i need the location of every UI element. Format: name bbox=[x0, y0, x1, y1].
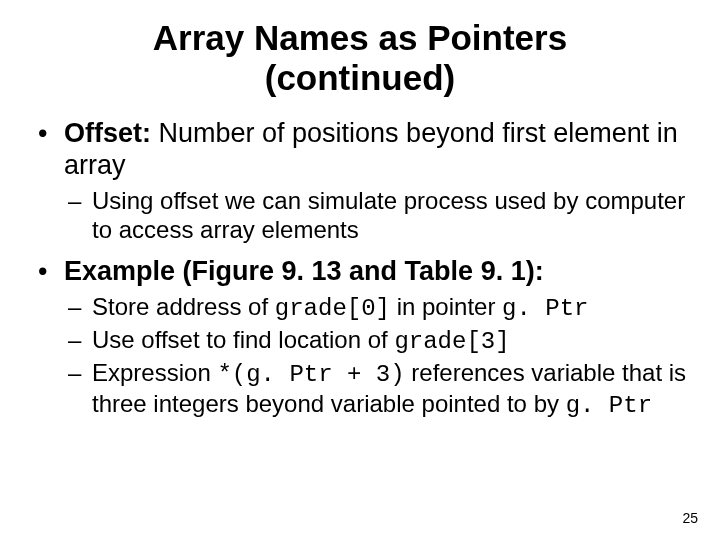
ex3-code-2: g. Ptr bbox=[566, 392, 652, 419]
example-sub-2: Use offset to find location of grade[3] bbox=[64, 326, 690, 357]
bullet-list: Offset: Number of positions beyond first… bbox=[30, 117, 690, 421]
title-line-1: Array Names as Pointers bbox=[153, 18, 567, 57]
ex1-text-b: in pointer bbox=[390, 293, 502, 320]
ex1-text-a: Store address of bbox=[92, 293, 275, 320]
slide-title: Array Names as Pointers (continued) bbox=[30, 18, 690, 99]
ex2-text-a: Use offset to find location of bbox=[92, 326, 394, 353]
ex3-text-a: Expression bbox=[92, 359, 217, 386]
ex1-code-2: g. Ptr bbox=[502, 295, 588, 322]
example-label: Example (Figure 9. 13 and Table 9. 1): bbox=[64, 256, 544, 286]
ex2-code-1: grade[3] bbox=[394, 328, 509, 355]
offset-sublist: Using offset we can simulate process use… bbox=[64, 187, 690, 245]
bullet-offset: Offset: Number of positions beyond first… bbox=[30, 117, 690, 245]
bullet-example: Example (Figure 9. 13 and Table 9. 1): S… bbox=[30, 255, 690, 421]
ex1-code-1: grade[0] bbox=[275, 295, 390, 322]
offset-text: Number of positions beyond first element… bbox=[64, 118, 678, 180]
title-line-2: (continued) bbox=[265, 58, 456, 97]
ex3-code-1: *(g. Ptr + 3) bbox=[217, 361, 404, 388]
example-sublist: Store address of grade[0] in pointer g. … bbox=[64, 293, 690, 420]
example-sub-3: Expression *(g. Ptr + 3) references vari… bbox=[64, 359, 690, 421]
page-number: 25 bbox=[682, 510, 698, 526]
offset-label: Offset: bbox=[64, 118, 151, 148]
offset-sub-1: Using offset we can simulate process use… bbox=[64, 187, 690, 245]
example-sub-1: Store address of grade[0] in pointer g. … bbox=[64, 293, 690, 324]
slide: Array Names as Pointers (continued) Offs… bbox=[0, 0, 720, 540]
